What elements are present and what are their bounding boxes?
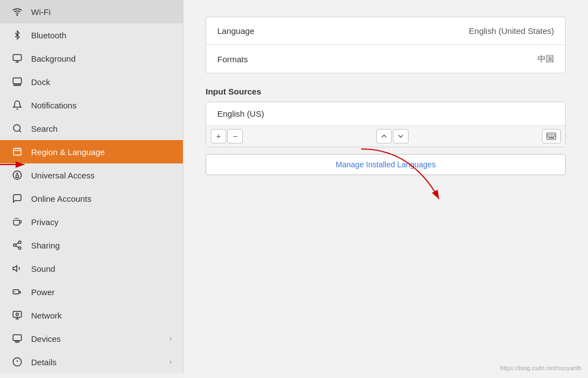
input-sources-panel: English (US) + − [206, 102, 566, 147]
sidebar-item-label-wifi: Wi-Fi [31, 7, 172, 17]
keyboard-layout-button[interactable] [542, 129, 561, 143]
svg-marker-23 [13, 266, 17, 272]
sidebar-item-universal-access[interactable]: Universal Access [0, 163, 183, 187]
svg-rect-26 [13, 311, 22, 317]
svg-line-21 [16, 246, 18, 247]
sidebar-item-bluetooth[interactable]: Bluetooth [0, 23, 183, 47]
svg-point-2 [17, 14, 18, 16]
move-down-button[interactable] [393, 129, 408, 143]
svg-point-19 [13, 244, 16, 247]
sidebar-item-sharing[interactable]: Sharing [0, 233, 183, 257]
language-label: Language [217, 26, 255, 36]
input-source-controls: + − [206, 126, 565, 147]
svg-rect-7 [14, 84, 21, 86]
notifications-icon [11, 99, 23, 111]
sidebar-item-sound[interactable]: Sound [0, 257, 183, 280]
sidebar-item-label-details: Details [31, 357, 170, 367]
privacy-icon [11, 216, 23, 228]
formats-label: Formats [217, 54, 248, 64]
main-content: Language English (United States) Formats… [183, 0, 588, 378]
sidebar-item-label-dock: Dock [31, 77, 172, 87]
wifi-icon [11, 6, 23, 18]
sidebar-item-label-notifications: Notifications [31, 101, 172, 110]
devices-icon [11, 332, 23, 345]
sharing-icon [11, 239, 23, 251]
move-up-button[interactable] [376, 129, 392, 143]
sidebar-item-online-accounts[interactable]: Online Accounts [0, 187, 183, 210]
sidebar-item-label-network: Network [31, 311, 172, 320]
svg-point-8 [13, 125, 20, 131]
svg-rect-30 [13, 335, 22, 341]
svg-rect-3 [13, 54, 22, 61]
sidebar-item-network[interactable]: Network [0, 304, 183, 327]
sidebar-item-label-online-accounts: Online Accounts [31, 194, 172, 203]
power-icon [11, 286, 23, 298]
universal-access-icon [11, 169, 23, 181]
sidebar-item-background[interactable]: Background [0, 47, 183, 70]
input-source-label: English (US) [217, 109, 264, 118]
sidebar-item-devices[interactable]: Devices › [0, 327, 183, 350]
details-icon [11, 356, 23, 368]
input-sources-title: Input Sources [206, 87, 566, 96]
devices-arrow-icon: › [170, 335, 172, 342]
search-icon [11, 122, 23, 135]
online-accounts-icon [11, 192, 23, 205]
sidebar-item-label-search: Search [31, 124, 172, 133]
details-arrow-icon: › [170, 358, 172, 366]
svg-point-13 [17, 173, 18, 175]
svg-line-9 [19, 130, 21, 132]
formats-value: 中国 [537, 54, 554, 64]
sidebar-item-label-power: Power [31, 287, 172, 297]
sidebar-item-label-background: Background [31, 54, 172, 63]
dock-icon [11, 76, 23, 88]
sidebar-item-label-sharing: Sharing [31, 241, 172, 250]
region-icon [11, 146, 23, 158]
svg-point-29 [16, 313, 19, 316]
svg-point-20 [18, 247, 21, 250]
svg-rect-6 [13, 78, 22, 84]
sound-icon [11, 262, 23, 275]
sidebar: Wi-Fi Bluetooth Background [0, 0, 183, 374]
watermark: https://blog.csdn.net/nuoyanlh [500, 365, 581, 371]
manage-languages-button[interactable]: Manage Installed Languages [206, 154, 566, 175]
bluetooth-icon [11, 29, 23, 41]
sidebar-item-power[interactable]: Power [0, 280, 183, 304]
sidebar-item-label-universal-access: Universal Access [31, 171, 172, 180]
svg-rect-31 [16, 341, 19, 342]
sidebar-item-region-language[interactable]: Region & Language [0, 140, 183, 163]
sidebar-item-label-region-language: Region & Language [31, 147, 172, 157]
sidebar-item-label-devices: Devices [31, 334, 170, 344]
sidebar-item-dock[interactable]: Dock [0, 70, 183, 93]
sidebar-item-privacy[interactable]: Privacy [0, 210, 183, 233]
sidebar-item-label-sound: Sound [31, 264, 172, 273]
add-source-button[interactable]: + [211, 129, 226, 143]
network-icon [11, 309, 23, 321]
language-row[interactable]: Language English (United States) [206, 17, 565, 45]
sidebar-item-wifi[interactable]: Wi-Fi [0, 0, 183, 23]
svg-rect-10 [13, 148, 21, 155]
language-formats-panel: Language English (United States) Formats… [206, 17, 566, 73]
formats-row[interactable]: Formats 中国 [206, 45, 565, 73]
sidebar-item-label-bluetooth: Bluetooth [31, 31, 172, 40]
background-icon [11, 52, 23, 64]
svg-line-22 [16, 243, 18, 245]
svg-point-18 [18, 241, 21, 244]
sidebar-item-search[interactable]: Search [0, 117, 183, 140]
sidebar-item-label-privacy: Privacy [31, 217, 172, 227]
input-source-english-us[interactable]: English (US) [206, 102, 565, 126]
sidebar-item-details[interactable]: Details › [0, 350, 183, 374]
remove-source-button[interactable]: − [227, 129, 243, 143]
language-value: English (United States) [469, 26, 554, 36]
sidebar-item-notifications[interactable]: Notifications [0, 93, 183, 117]
svg-rect-24 [13, 290, 19, 294]
